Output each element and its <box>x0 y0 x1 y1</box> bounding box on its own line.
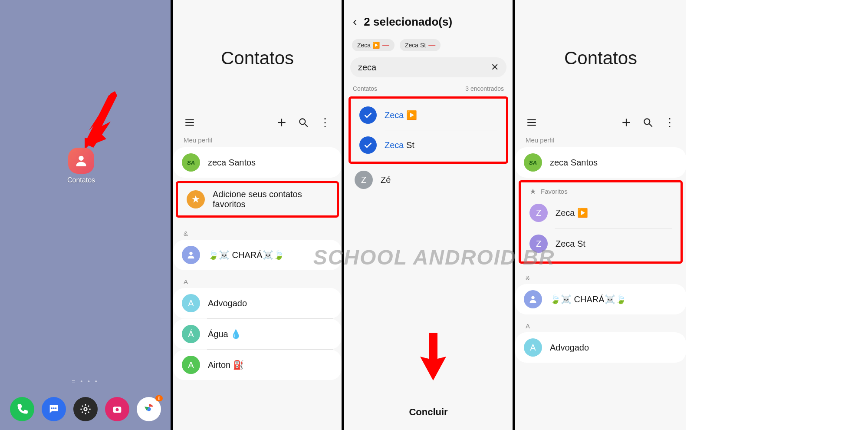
page-title: Contatos <box>173 0 342 69</box>
contacts-app-shortcut[interactable]: Contatos <box>67 148 95 184</box>
favorites-label: Favoritos <box>541 188 568 195</box>
done-button[interactable]: Concluir <box>344 407 513 418</box>
checked-icon <box>359 106 377 124</box>
svg-point-3 <box>79 156 83 161</box>
selection-count: 2 selecionado(s) <box>364 15 452 29</box>
contact-name: Zeca ▶️ <box>556 208 672 218</box>
svg-point-9 <box>115 408 118 411</box>
arrow-annotation-1 <box>85 91 119 149</box>
add-favorites-row[interactable]: Adicione seus contatos favoritos <box>178 183 337 215</box>
svg-point-26 <box>644 119 650 124</box>
dock-messages-icon[interactable] <box>42 397 66 421</box>
svg-marker-20 <box>420 333 446 380</box>
contact-row[interactable]: A Advogado <box>173 288 342 318</box>
result-row[interactable]: Z Zé <box>344 165 513 195</box>
contact-name: Advogado <box>208 298 333 308</box>
contact-name: Advogado <box>550 343 677 353</box>
chip-label: Zeca ▶️ <box>357 42 380 49</box>
section-my-profile: Meu perfil <box>515 129 686 147</box>
contacts-app-label: Contatos <box>67 176 95 184</box>
highlight-selected-results: Zeca ▶️ Zeca St <box>349 96 508 164</box>
svg-point-17 <box>299 119 305 124</box>
panel-contacts-with-favorites: Contatos Meu perfil SA zeca Santos Favor… <box>515 0 686 430</box>
profile-avatar: SA <box>524 153 542 172</box>
contact-row[interactable]: 🍃☠️ CHARÁ☠️🍃 <box>515 284 686 314</box>
contact-row[interactable]: A Airton ⛽ <box>173 350 342 380</box>
chip[interactable]: Zeca St— <box>400 39 441 51</box>
contact-avatar <box>524 290 542 308</box>
result-name: Zé <box>381 175 504 185</box>
group-a: A <box>515 314 686 332</box>
selected-chips: Zeca ▶️— Zeca St— <box>344 39 513 57</box>
svg-point-4 <box>51 407 53 409</box>
profile-row[interactable]: SA zeca Santos <box>515 147 686 178</box>
chip-label: Zeca St <box>405 42 426 49</box>
svg-point-5 <box>53 407 55 409</box>
svg-line-27 <box>649 124 652 127</box>
dock: 8 <box>0 397 171 421</box>
toolbar <box>515 116 686 129</box>
result-name: Zeca St <box>385 140 414 150</box>
favorite-row[interactable]: Z Zeca ▶️ <box>521 198 681 228</box>
result-name: Zeca ▶️ <box>385 110 417 120</box>
contact-name: 🍃☠️ CHARÁ☠️🍃 <box>208 250 333 260</box>
contact-row[interactable]: Á Água 💧 <box>173 319 342 349</box>
contact-avatar: A <box>182 356 200 374</box>
contact-name: 🍃☠️ CHARÁ☠️🍃 <box>550 294 677 304</box>
highlight-add-favorites: Adicione seus contatos favoritos <box>176 181 339 218</box>
section-my-profile: Meu perfil <box>173 129 342 147</box>
group-a: A <box>173 270 342 288</box>
menu-icon[interactable] <box>184 116 196 129</box>
dock-phone-icon[interactable] <box>10 397 34 421</box>
svg-line-18 <box>305 124 308 127</box>
contact-avatar: Z <box>529 204 548 222</box>
svg-point-28 <box>531 296 534 299</box>
add-icon[interactable] <box>276 116 288 129</box>
svg-point-7 <box>84 408 87 411</box>
menu-icon[interactable] <box>526 116 538 129</box>
contact-name: Airton ⛽ <box>208 360 333 370</box>
contact-row[interactable]: A Advogado <box>515 332 686 363</box>
dock-camera-icon[interactable] <box>105 397 129 421</box>
svg-point-19 <box>189 252 192 255</box>
profile-name: zeca Santos <box>550 158 677 168</box>
favorite-row[interactable]: Z Zeca St <box>521 228 681 259</box>
contact-avatar: Z <box>529 235 548 253</box>
contact-row[interactable]: 🍃☠️ CHARÁ☠️🍃 <box>173 240 342 270</box>
more-icon[interactable] <box>319 116 331 129</box>
results-label: Contatos <box>353 85 377 92</box>
profile-name: zeca Santos <box>208 158 333 168</box>
contact-avatar: Á <box>182 325 200 343</box>
result-row[interactable]: Zeca ▶️ <box>351 100 506 130</box>
svg-point-6 <box>55 407 56 409</box>
toolbar <box>173 116 342 129</box>
search-input[interactable] <box>358 63 491 73</box>
highlight-favorites-section: Favoritos Z Zeca ▶️ Z Zeca St <box>519 180 683 264</box>
chip-remove-icon[interactable]: — <box>382 41 389 49</box>
contact-avatar: Z <box>355 171 373 189</box>
chip-remove-icon[interactable]: — <box>428 41 435 49</box>
favorites-header: Favoritos <box>521 182 681 198</box>
chip[interactable]: Zeca ▶️— <box>352 39 395 51</box>
contact-avatar: A <box>524 338 542 357</box>
profile-row[interactable]: SA zeca Santos <box>173 147 342 178</box>
panel-select-contacts: ‹ 2 selecionado(s) Zeca ▶️— Zeca St— ✕ C… <box>344 0 515 430</box>
back-icon[interactable]: ‹ <box>353 15 357 29</box>
search-icon[interactable] <box>642 116 654 129</box>
search-bar[interactable]: ✕ <box>350 57 506 77</box>
add-icon[interactable] <box>620 116 632 129</box>
page-indicator: = • • • <box>0 378 171 385</box>
contact-avatar <box>182 246 200 264</box>
panel-home: Contatos = • • • 8 <box>0 0 173 430</box>
dock-settings-icon[interactable] <box>73 397 98 421</box>
clear-search-icon[interactable]: ✕ <box>491 62 499 73</box>
selection-header: ‹ 2 selecionado(s) <box>344 0 513 39</box>
profile-avatar: SA <box>182 153 200 172</box>
group-amp: & <box>515 266 686 284</box>
result-row[interactable]: Zeca St <box>351 130 506 160</box>
star-icon <box>187 190 205 208</box>
more-icon[interactable] <box>664 116 676 129</box>
dock-chrome-icon[interactable]: 8 <box>137 397 161 421</box>
search-icon[interactable] <box>297 116 309 129</box>
contact-avatar: A <box>182 294 200 312</box>
